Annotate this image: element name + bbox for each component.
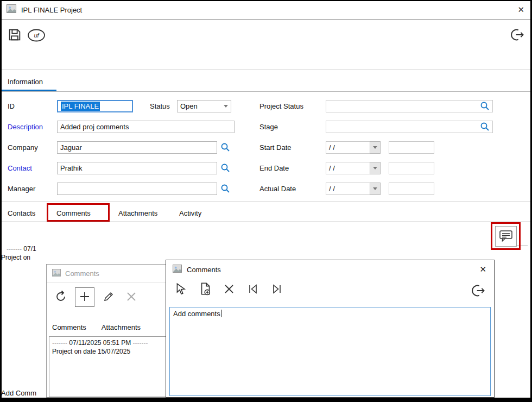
manager-label: Manager xyxy=(8,185,35,193)
description-label: Description xyxy=(8,123,43,131)
chevron-down-icon xyxy=(373,146,377,149)
tab-comments[interactable]: Comments xyxy=(56,209,91,217)
search-icon xyxy=(480,101,490,112)
stage-field[interactable] xyxy=(326,121,493,133)
window-titlebar: IPL FINALE Project ✕ xyxy=(0,0,532,20)
delete-x-icon xyxy=(223,283,235,297)
comment-text-area[interactable]: Add comments xyxy=(169,307,491,396)
window-image-icon xyxy=(173,265,182,275)
actual-date-aux-field[interactable] xyxy=(389,183,434,195)
comment-text: Add comments xyxy=(173,310,220,318)
delete-button[interactable] xyxy=(220,281,238,298)
contact-lookup-button[interactable] xyxy=(219,162,231,174)
nav-first-icon xyxy=(246,282,260,297)
actual-date-field[interactable]: / / xyxy=(326,183,370,195)
exit-button[interactable] xyxy=(470,283,486,299)
contact-label: Contact xyxy=(8,164,32,172)
project-status-lookup-button[interactable] xyxy=(479,100,491,112)
cursor-pointer-icon xyxy=(174,282,188,298)
save-icon xyxy=(7,27,22,44)
dialog-titlebar: Comments ✕ xyxy=(166,260,494,279)
search-icon xyxy=(480,122,490,133)
window-title: IPL FINALE Project xyxy=(21,6,82,14)
dialog-tabs: Comments Attachments xyxy=(52,323,141,331)
pencil-icon xyxy=(103,291,115,304)
tab-activity[interactable]: Activity xyxy=(179,209,201,217)
close-icon[interactable]: ✕ xyxy=(479,265,486,274)
company-lookup-button[interactable] xyxy=(219,142,231,154)
contact-field[interactable]: Prathik xyxy=(57,162,217,174)
comment-partial-text: Project on xyxy=(1,254,30,261)
search-icon xyxy=(220,163,230,174)
add-comment-button[interactable] xyxy=(495,226,517,247)
tab-comments[interactable]: Comments xyxy=(52,323,86,331)
search-icon xyxy=(220,184,230,195)
exit-button[interactable] xyxy=(509,27,525,43)
end-date-field[interactable]: / / xyxy=(326,162,370,174)
dialog-title: Comments xyxy=(65,269,99,278)
delete-x-icon xyxy=(125,291,137,304)
actual-date-label: Actual Date xyxy=(259,185,296,193)
chevron-down-icon xyxy=(224,105,228,108)
tab-attachments[interactable]: Attachments xyxy=(118,209,157,217)
select-button[interactable] xyxy=(173,281,190,298)
close-icon[interactable]: ✕ xyxy=(517,5,524,15)
nav-last-button[interactable] xyxy=(268,281,286,298)
speech-bubble-icon xyxy=(499,229,513,244)
refresh-button[interactable] xyxy=(52,288,69,306)
chevron-down-icon xyxy=(373,167,377,169)
divider-line xyxy=(0,91,532,92)
status-label: Status xyxy=(150,102,170,110)
divider-line xyxy=(0,69,532,70)
end-date-label: End Date xyxy=(259,164,289,172)
divider-line xyxy=(0,222,532,222)
tab-information[interactable]: Information xyxy=(8,78,43,86)
stage-lookup-button[interactable] xyxy=(479,121,491,133)
refresh-icon xyxy=(54,290,67,305)
dialog-toolbar xyxy=(173,281,286,298)
end-date-aux-field[interactable] xyxy=(389,162,434,174)
manager-field[interactable] xyxy=(57,183,217,195)
project-status-label: Project Status xyxy=(259,102,303,110)
divider-line xyxy=(0,201,532,202)
start-date-aux-field[interactable] xyxy=(389,141,434,154)
tab-attachments[interactable]: Attachments xyxy=(102,323,141,331)
dialog-title: Comments xyxy=(187,266,221,274)
company-label: Company xyxy=(8,143,38,152)
end-date-dropdown-button[interactable] xyxy=(370,162,381,174)
plus-icon xyxy=(79,291,91,304)
new-record-button[interactable] xyxy=(197,281,214,298)
new-record-icon xyxy=(198,281,213,298)
start-date-dropdown-button[interactable] xyxy=(370,141,381,154)
tab-contacts[interactable]: Contacts xyxy=(8,209,35,217)
window-image-icon xyxy=(7,4,16,15)
exit-icon xyxy=(471,283,486,300)
project-status-field[interactable] xyxy=(326,100,493,112)
exit-icon xyxy=(510,27,525,44)
uf-button[interactable]: uf xyxy=(26,28,47,43)
comments-dialog-front: Comments ✕ Add comme xyxy=(166,260,495,398)
delete-button[interactable] xyxy=(123,288,140,306)
text-caret xyxy=(221,310,221,317)
nav-first-button[interactable] xyxy=(244,281,262,298)
company-field[interactable]: Jaguar xyxy=(57,141,217,154)
id-field[interactable]: IPL FINALE xyxy=(57,100,133,112)
id-selected-text: IPL FINALE xyxy=(61,102,100,111)
uf-icon: uf xyxy=(26,28,47,45)
description-field[interactable]: Added proj comments xyxy=(57,121,235,133)
search-icon xyxy=(220,142,230,154)
id-label: ID xyxy=(8,102,15,110)
app-window: IPL FINALE Project ✕ uf Information ID I… xyxy=(0,0,532,402)
add-button[interactable] xyxy=(75,287,94,307)
start-date-field[interactable]: / / xyxy=(326,141,370,154)
manager-lookup-button[interactable] xyxy=(219,183,231,195)
status-dropdown[interactable]: Open xyxy=(177,100,231,112)
edit-button[interactable] xyxy=(100,288,117,306)
dialog-toolbar xyxy=(52,287,140,307)
nav-last-icon xyxy=(270,282,284,297)
stage-label: Stage xyxy=(259,123,278,131)
actual-date-dropdown-button[interactable] xyxy=(370,183,381,195)
status-value: Open xyxy=(180,102,198,110)
save-button[interactable] xyxy=(7,27,23,43)
svg-text:uf: uf xyxy=(34,32,39,39)
